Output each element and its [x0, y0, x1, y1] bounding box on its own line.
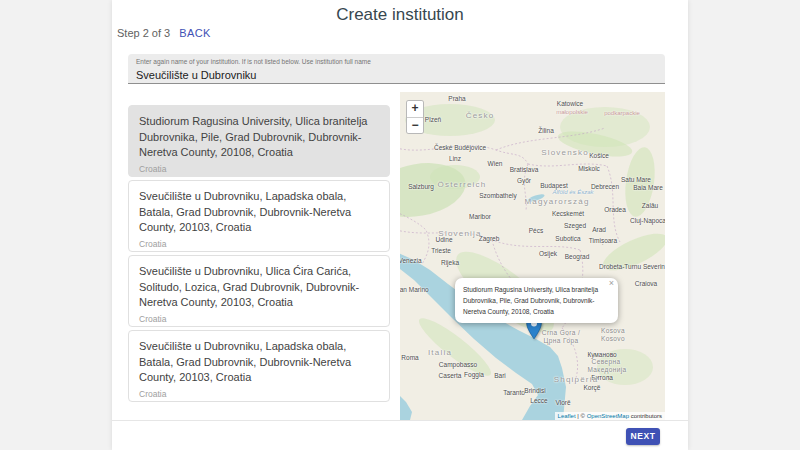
map-label: Oradea [604, 206, 626, 213]
osm-link[interactable]: OpenStreetMap [587, 413, 629, 419]
map[interactable]: PrahaPlzeňKatowicemałopolskiepodkarpacki… [400, 92, 665, 420]
map-label: Craiova [635, 280, 657, 287]
map-label: Maribor [469, 213, 491, 220]
map-label: Österreich [438, 180, 487, 189]
map-label: Kecskemét [552, 210, 584, 217]
map-label: Beograd [565, 253, 590, 260]
map-label: Taranto [503, 389, 525, 396]
result-option[interactable]: Sveučilište u Dubrovniku, Lapadska obala… [128, 330, 390, 402]
map-label: Győr [517, 177, 531, 184]
map-attribution: Leaflet | © OpenStreetMap contributors [555, 412, 665, 420]
map-label: Македонија [587, 366, 626, 373]
step-label: Step 2 of 3 [117, 27, 170, 39]
map-label: podkarpackie [604, 110, 640, 116]
results-list: Studiorum Ragusina University, Ulica bra… [128, 105, 390, 405]
map-label: Campobasso [439, 361, 477, 368]
back-button[interactable]: BACK [179, 27, 211, 39]
content-card: Create institution Step 2 of 3BACK Enter… [112, 0, 688, 450]
map-label: małopolskie [556, 109, 588, 115]
result-address: Sveučilište u Dubrovniku, Ulica Ćira Car… [139, 264, 379, 311]
step-indicator: Step 2 of 3BACK [117, 27, 211, 39]
map-label: Brindisi [524, 387, 545, 394]
map-label: Baia Mare [633, 184, 663, 191]
map-label: Slovensko [541, 148, 589, 157]
map-label: Česko [466, 111, 495, 120]
result-country: Croatia [139, 239, 379, 249]
page: Create institution Step 2 of 3BACK Enter… [0, 0, 800, 450]
map-label: Pécs [529, 227, 543, 234]
result-option[interactable]: Sveučilište u Dubrovniku, Lapadska obala… [128, 180, 390, 252]
map-label: Slovenija [438, 229, 481, 238]
map-label: Subotica [555, 235, 580, 242]
map-label: Foggia [464, 371, 484, 378]
map-label: Trieste [431, 247, 451, 254]
map-label: Cluj-Napoca [630, 217, 665, 224]
map-label: Caserta [439, 372, 462, 379]
map-label: Црна Гора [544, 337, 579, 344]
map-label: Kosova [601, 327, 625, 334]
map-label: Roma [401, 354, 418, 361]
map-label: Rijeka [441, 259, 459, 266]
zoom-in-icon[interactable]: + [407, 101, 423, 117]
result-country: Croatia [139, 314, 379, 324]
result-country: Croatia [139, 389, 379, 399]
map-label: Shqipëria [554, 375, 599, 384]
map-label: Куманово [587, 351, 616, 358]
institution-name-input[interactable] [136, 67, 657, 81]
map-label: Praha [448, 95, 465, 102]
map-label: Alföld és Észak [552, 189, 593, 195]
map-label: Satu Mare [621, 176, 651, 183]
map-label: Osijek [539, 250, 557, 257]
map-label: Korçë [584, 384, 601, 391]
institution-name-label: Enter again name of your institution. If… [136, 58, 657, 65]
map-label: Timișoara [589, 237, 617, 244]
map-label: Wien [488, 160, 503, 167]
map-label: Magyarország [524, 197, 589, 206]
map-label: Salzburg [408, 183, 434, 190]
page-title: Create institution [112, 5, 688, 25]
map-label: Arad [592, 226, 606, 233]
result-address: Sveučilište u Dubrovniku, Lapadska obala… [139, 189, 379, 236]
result-option[interactable]: Sveučilište u Dubrovniku, Ulica Ćira Car… [128, 255, 390, 327]
map-label: Plzeň [425, 116, 441, 123]
map-label: Budapest [540, 182, 567, 189]
map-label: Žilina [538, 127, 554, 134]
map-label: Szombathely [479, 192, 517, 199]
map-label: Crna Gora / [542, 329, 580, 336]
zoom-out-icon[interactable]: − [407, 117, 423, 133]
map-label: Debrecen [591, 183, 619, 190]
map-label: Venezia [400, 257, 422, 264]
map-label: Linz [449, 155, 461, 162]
popup-text: Studiorum Ragusina University, Ulica bra… [463, 284, 603, 317]
map-zoom-control: + − [406, 100, 424, 134]
map-label: San Marino [400, 286, 429, 293]
result-address: Studiorum Ragusina University, Ulica bra… [139, 114, 379, 161]
map-label: Miskolc [578, 165, 600, 172]
map-label: Katowice [557, 100, 583, 107]
result-address: Sveučilište u Dubrovniku, Lapadska obala… [139, 339, 379, 386]
map-label: Košice [589, 152, 609, 159]
footer-divider [112, 420, 688, 421]
map-label: Lecce [530, 397, 547, 404]
close-icon[interactable]: × [609, 279, 614, 288]
map-label: Zagreb [479, 235, 500, 242]
next-button[interactable]: NEXT [626, 428, 660, 445]
leaflet-link[interactable]: Leaflet [558, 413, 576, 419]
map-label: Italia [428, 348, 452, 357]
map-popup: Studiorum Ragusina University, Ulica bra… [455, 278, 618, 323]
map-label: Vlorë [555, 399, 570, 406]
map-label: Северна [592, 358, 621, 365]
map-label: Drobeta-Turnu Severin [599, 263, 665, 270]
map-label: Bratislava [510, 166, 539, 173]
result-country: Croatia [139, 164, 379, 174]
institution-name-field[interactable]: Enter again name of your institution. If… [128, 54, 665, 84]
result-option[interactable]: Studiorum Ragusina University, Ulica bra… [128, 105, 390, 177]
map-label: Kosovo [601, 335, 625, 342]
attribution-suffix: contributors [629, 413, 662, 419]
map-label: Szeged [564, 222, 586, 229]
map-label: Zalău [642, 202, 658, 209]
map-label: České Budějovice [434, 144, 486, 151]
map-label: Bari [494, 372, 506, 379]
